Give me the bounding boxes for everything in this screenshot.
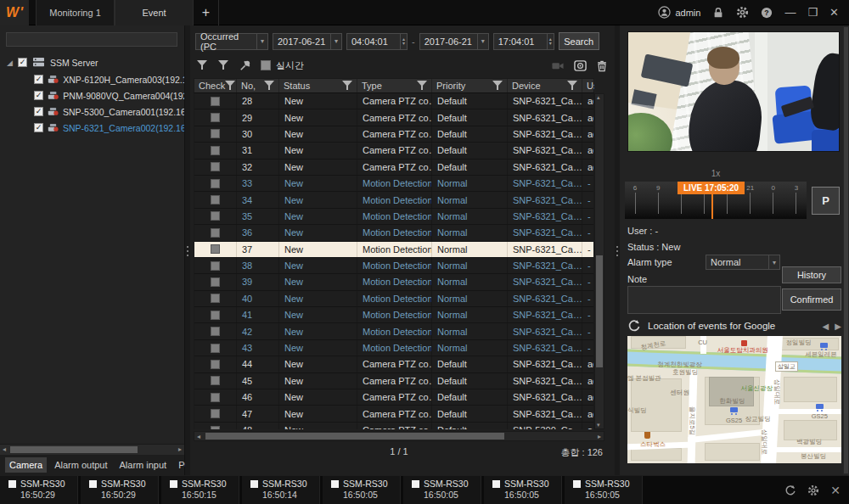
event-tile[interactable]: SSM-RS3016:50:05 — [323, 476, 401, 504]
table-row[interactable]: 42NewMotion DetectionNormalSNP-6321_Ca…- — [194, 323, 593, 339]
row-checkbox[interactable] — [211, 179, 220, 188]
row-checkbox[interactable] — [211, 344, 220, 353]
column-header-status[interactable]: Status — [279, 79, 357, 92]
row-checkbox[interactable] — [211, 409, 220, 418]
table-row[interactable]: 45NewCamera PTZ co…DefaultSNP-6321_Ca…ad… — [194, 373, 593, 389]
table-row[interactable]: 39NewMotion DetectionNormalSNP-6321_Ca…- — [194, 274, 593, 290]
spinner-icon[interactable]: ▴▾ — [547, 34, 554, 49]
column-header-no-[interactable]: No, — [237, 79, 279, 92]
row-checkbox[interactable] — [211, 426, 220, 430]
tree-expander-icon[interactable]: ◢ — [7, 59, 13, 67]
column-header-priority[interactable]: Priority — [432, 79, 508, 92]
camera-live-view[interactable] — [627, 31, 840, 152]
row-checkbox[interactable] — [211, 113, 220, 122]
scrollbar-thumb[interactable] — [844, 27, 848, 473]
table-row[interactable]: 32NewCamera PTZ co…DefaultSNP-6321_Ca…ad… — [194, 160, 593, 176]
filter-icon[interactable] — [342, 80, 354, 92]
ticker-settings-gear-icon[interactable] — [807, 484, 819, 496]
checkbox-checked-icon[interactable]: ✓ — [34, 123, 43, 132]
tree-horizontal-scrollbar[interactable]: ◂ ▸ — [0, 444, 184, 455]
tab-alarm-output[interactable]: Alarm output — [50, 457, 111, 473]
row-checkbox[interactable] — [211, 162, 220, 171]
table-row[interactable]: 40NewMotion DetectionNormalSNP-6321_Ca…- — [194, 291, 593, 307]
table-row[interactable]: 43NewMotion DetectionNormalSNP-6321_Ca…- — [194, 340, 593, 356]
google-map[interactable]: 청계천로CU서울도담치과의원정일빌딩세븐일레븐청계천한빛광장호원빌딩삼일교삼일대… — [627, 336, 841, 463]
row-checkbox[interactable] — [211, 311, 220, 320]
pin-icon[interactable] — [239, 59, 251, 71]
table-row[interactable]: 28NewCamera PTZ co…DefaultSNP-6321_Ca…ad… — [194, 93, 593, 109]
row-checkbox[interactable] — [211, 228, 220, 238]
event-tile[interactable]: SSM-RS3016:50:05 — [484, 476, 562, 504]
map-prev-icon[interactable]: ◀ — [823, 322, 829, 331]
table-row[interactable]: 48NewCamera PTZ co…DefaultSNP-5300_Ca…ad… — [194, 423, 593, 429]
row-checkbox[interactable] — [211, 277, 220, 287]
realtime-checkbox[interactable] — [261, 60, 271, 70]
maximize-button[interactable]: ❒ — [807, 7, 818, 18]
history-button[interactable]: History — [782, 266, 841, 283]
playback-timeline[interactable]: 691215182103 LIVE 17:05:20 — [625, 182, 807, 219]
table-row[interactable]: 29NewCamera PTZ co…DefaultSNP-6321_Ca…ad… — [194, 109, 593, 126]
date-to-input[interactable]: 2017-06-21 ▾ — [419, 33, 489, 50]
ticker-refresh-icon[interactable] — [784, 484, 796, 496]
ticker-close-icon[interactable]: ✕ — [830, 484, 841, 496]
tab-event[interactable]: Event — [115, 0, 194, 25]
row-checkbox[interactable] — [211, 327, 220, 336]
event-tile[interactable]: SSM-RS3016:50:14 — [242, 476, 320, 504]
filter-clear-icon[interactable] — [218, 59, 230, 71]
table-row[interactable]: 37NewMotion DetectionNormalSNP-6321_Ca…- — [194, 242, 593, 258]
user-menu[interactable]: admin — [658, 6, 700, 19]
table-row[interactable]: 41NewMotion DetectionNormalSNP-6321_Ca…- — [194, 307, 593, 323]
row-checkbox[interactable] — [211, 129, 220, 138]
table-row[interactable]: 36NewMotion DetectionNormalSNP-6321_Ca…- — [194, 225, 593, 241]
filter-icon[interactable] — [197, 59, 209, 71]
record-icon[interactable] — [574, 59, 587, 72]
minimize-button[interactable]: — — [784, 7, 796, 18]
map-refresh-icon[interactable] — [627, 319, 641, 333]
event-tile[interactable]: SSM-RS3016:50:29 — [81, 476, 159, 504]
table-row[interactable]: 47NewCamera PTZ co…DefaultSNP-6321_Ca…ad… — [194, 406, 593, 422]
delete-trash-icon[interactable] — [596, 59, 608, 72]
row-checkbox[interactable] — [211, 294, 220, 303]
tab-alarm-input[interactable]: Alarm input — [115, 457, 171, 473]
column-header-use[interactable]: Use▴ — [582, 79, 595, 92]
note-textarea[interactable] — [627, 286, 781, 314]
tree-item-camera[interactable]: ✓SNP-5300_Camera001(192.168. — [0, 104, 184, 120]
row-checkbox[interactable] — [211, 195, 220, 204]
spinner-icon[interactable]: ▴▾ — [400, 34, 407, 49]
row-checkbox[interactable] — [211, 244, 220, 254]
alarm-type-select[interactable]: Normal ▾ — [706, 255, 780, 270]
event-tile[interactable]: SSM-RS3016:50:05 — [403, 476, 481, 504]
help-icon[interactable] — [761, 7, 773, 19]
event-tile[interactable]: SSM-RS3016:50:15 — [161, 476, 239, 504]
search-field-select[interactable]: Occurred (PC ▾ — [195, 33, 268, 50]
filter-icon[interactable] — [492, 80, 504, 92]
row-checkbox[interactable] — [211, 393, 220, 402]
pattern-button[interactable]: P — [812, 187, 840, 215]
row-checkbox[interactable] — [211, 146, 220, 155]
tab-camera[interactable]: Camera — [5, 457, 47, 473]
filter-icon[interactable] — [567, 80, 579, 92]
scroll-down-icon[interactable]: ▾ — [597, 422, 600, 428]
close-button[interactable]: ✕ — [829, 7, 839, 18]
table-row[interactable]: 35NewMotion DetectionNormalSNP-6321_Ca…- — [194, 209, 593, 225]
tree-item-camera[interactable]: ✓PNM-9080VQ_Camera004(192. — [0, 87, 184, 104]
table-row[interactable]: 44NewCamera PTZ co…DefaultSNP-6321_Ca…ad… — [194, 356, 593, 372]
scroll-left-icon[interactable]: ◂ — [197, 433, 200, 440]
table-row[interactable]: 30NewCamera PTZ co…DefaultSNP-6321_Ca…ad… — [194, 126, 593, 143]
tab-monitoring-1[interactable]: Monitoring 1 — [36, 0, 115, 25]
table-horizontal-scrollbar[interactable]: ◂ ▸ — [194, 431, 604, 441]
scroll-right-icon[interactable]: ▸ — [598, 433, 601, 440]
date-from-input[interactable]: 2017-06-21 ▾ — [273, 33, 342, 50]
time-to-input[interactable]: 17:04:01 ▴▾ — [493, 33, 554, 50]
checkbox-checked-icon[interactable]: ✓ — [34, 91, 43, 100]
export-video-icon[interactable] — [551, 59, 565, 72]
tree-item-camera[interactable]: ✓SNP-6321_Camera002(192.168. — [0, 120, 184, 136]
checkbox-checked-icon[interactable]: ✓ — [18, 58, 27, 67]
row-checkbox[interactable] — [211, 360, 220, 369]
checkbox-checked-icon[interactable]: ✓ — [34, 107, 43, 116]
settings-gear-icon[interactable] — [736, 6, 749, 19]
checkbox-checked-icon[interactable]: ✓ — [34, 75, 43, 84]
table-vertical-scrollbar[interactable]: ▴ ▾ — [594, 93, 604, 429]
scroll-up-icon[interactable]: ▴ — [597, 94, 600, 101]
panel-scrollbar[interactable] — [843, 25, 849, 475]
